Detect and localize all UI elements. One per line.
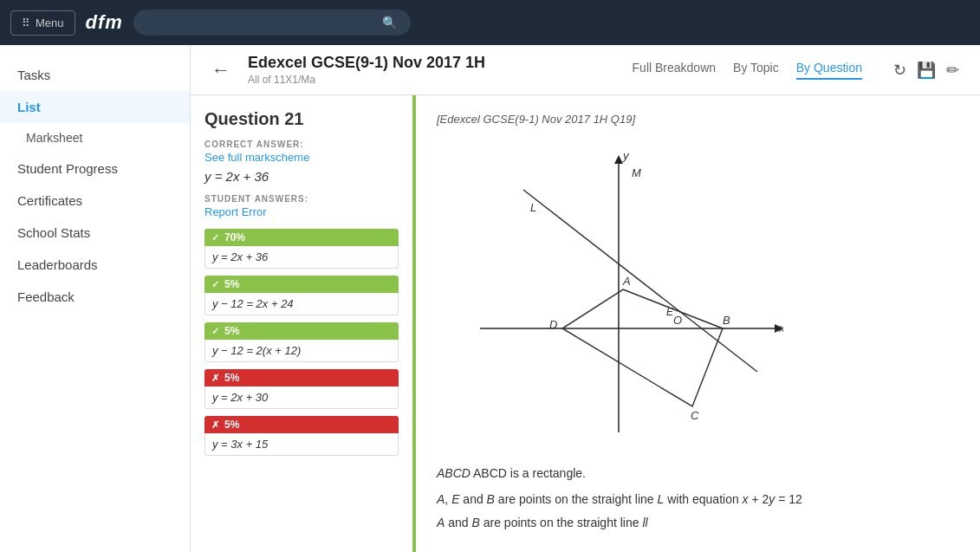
description-text-2: A, E and B are points on the straight li… [437,490,959,509]
content-header: ← Edexcel GCSE(9-1) Nov 2017 1H All of 1… [191,45,980,95]
sidebar-item-leaderboards[interactable]: Leaderboards [0,249,190,281]
search-input[interactable] [147,16,375,29]
answer-value-3: y − 12 = 2(x + 12) [204,340,399,362]
svg-marker-3 [614,155,623,164]
left-panel: Question 21 CORRECT ANSWER: See full mar… [191,95,416,552]
page-subtitle: All of 11X1/Ma [248,74,485,86]
sidebar-item-tasks[interactable]: Tasks [0,59,190,91]
save-button[interactable]: 💾 [917,61,936,80]
answer-pct-bar-4: ✗ 5% [204,369,399,386]
svg-text:y: y [622,149,630,162]
svg-text:B: B [723,314,730,327]
math-diagram: x y M L A B C D O E [437,138,783,450]
is-rectangle: ABCD is a rectangle. [473,466,586,480]
description-text-1: ABCD ABCD is a rectangle. [437,464,959,483]
svg-text:x: x [778,321,783,334]
sidebar-item-list[interactable]: List [0,91,190,123]
body-columns: Question 21 CORRECT ANSWER: See full mar… [191,95,980,552]
svg-text:O: O [673,314,682,327]
answer-value-1: y = 2x + 36 [204,246,399,269]
answer-row-4: ✗ 5% y = 2x + 30 [204,369,399,409]
answer-value-5: y = 3x + 15 [204,433,399,456]
right-panel: [Edexcel GCSE(9-1) Nov 2017 1H Q19] x y [416,95,980,552]
check-icon-3: ✓ [211,326,219,337]
sidebar-item-certificates[interactable]: Certificates [0,185,190,217]
top-nav: ⠿ Menu dfm 🔍 [0,0,980,45]
svg-text:C: C [691,409,699,422]
answer-pct-bar-2: ✓ 5% [204,276,399,293]
correct-formula: y = 2x + 36 [191,169,412,194]
x-icon-5: ✗ [211,419,219,431]
main-layout: Tasks List Marksheet Student Progress Ce… [0,45,980,552]
tab-by-question[interactable]: By Question [796,61,862,80]
svg-marker-7 [562,289,723,406]
report-error-link[interactable]: Report Error [191,205,412,229]
answer-pct-5: 5% [224,419,239,431]
back-button[interactable]: ← [211,59,230,81]
menu-dots-icon: ⠿ [22,16,30,29]
svg-text:E: E [666,306,674,318]
answer-pct-bar-5: ✗ 5% [204,416,399,433]
tab-by-topic[interactable]: By Topic [733,61,779,80]
header-title-block: Edexcel GCSE(9-1) Nov 2017 1H All of 11X… [248,54,485,86]
question-title: Question 21 [191,109,412,140]
sidebar-item-school-stats[interactable]: School Stats [0,217,190,249]
tab-group: Full Breakdown By Topic By Question [633,61,862,80]
check-icon-1: ✓ [211,232,219,244]
logo: dfm [86,11,123,34]
content-area: ← Edexcel GCSE(9-1) Nov 2017 1H All of 1… [191,45,980,552]
answer-pct-1: 70% [224,231,245,244]
svg-text:M: M [632,166,641,179]
svg-text:D: D [549,318,557,331]
markscheme-link[interactable]: See full markscheme [191,151,412,169]
sidebar-item-student-progress[interactable]: Student Progress [0,153,190,185]
description-text-3: A and B are points on the straight line … [437,513,959,532]
svg-text:A: A [622,275,631,288]
sidebar-item-marksheet[interactable]: Marksheet [0,123,190,153]
refresh-button[interactable]: ↻ [893,61,906,80]
page-title: Edexcel GCSE(9-1) Nov 2017 1H [248,54,485,72]
answer-row-3: ✓ 5% y − 12 = 2(x + 12) [204,322,399,362]
answer-row-1: ✓ 70% y = 2x + 36 [204,229,399,269]
sidebar-item-feedback[interactable]: Feedback [0,281,190,313]
search-icon: 🔍 [382,16,397,29]
svg-text:L: L [530,201,536,214]
answer-pct-4: 5% [224,372,239,384]
question-source: [Edexcel GCSE(9-1) Nov 2017 1H Q19] [437,113,959,126]
sidebar: Tasks List Marksheet Student Progress Ce… [0,45,191,552]
answer-value-2: y − 12 = 2x + 24 [204,293,399,315]
answer-pct-3: 5% [224,325,239,337]
answer-pct-2: 5% [224,278,239,290]
menu-label: Menu [36,16,64,29]
menu-button[interactable]: ⠿ Menu [10,10,75,36]
answer-row-2: ✓ 5% y − 12 = 2x + 24 [204,276,399,315]
answer-row-5: ✗ 5% y = 3x + 15 [204,416,399,456]
x-icon-4: ✗ [211,373,219,384]
answer-pct-bar-3: ✓ 5% [204,322,399,340]
check-icon-2: ✓ [211,279,219,290]
answer-value-4: y = 2x + 30 [204,386,399,409]
student-answers-label: STUDENT ANSWERS: [191,194,412,205]
edit-button[interactable]: ✏ [946,61,959,80]
search-bar: 🔍 [133,10,411,36]
tab-full-breakdown[interactable]: Full Breakdown [633,61,717,80]
header-icons: ↻ 💾 ✏ [893,61,959,80]
answer-pct-bar-1: ✓ 70% [204,229,399,246]
correct-answer-label: CORRECT ANSWER: [191,140,412,151]
abcd-label: ABCD [437,466,471,480]
svg-line-6 [523,190,757,372]
